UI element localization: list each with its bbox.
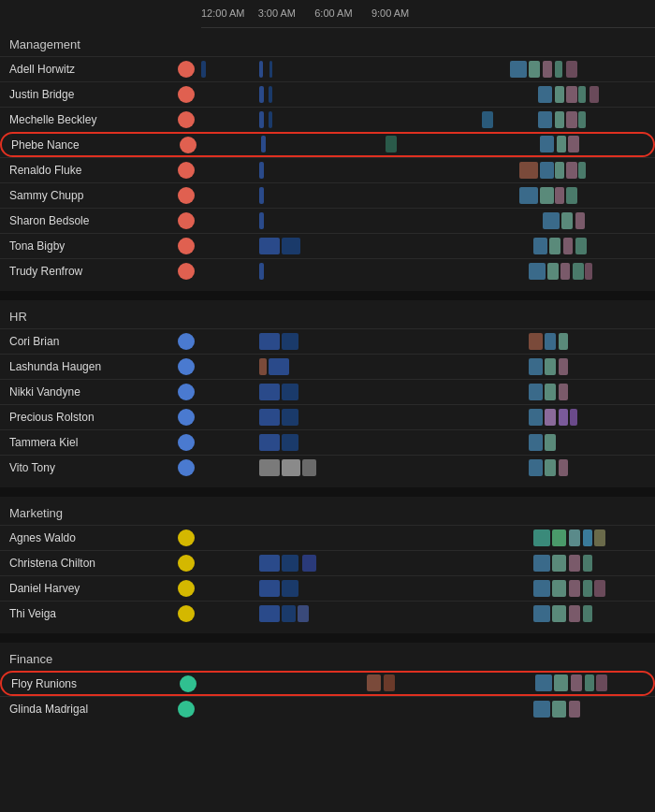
- time-block: [545, 384, 556, 400]
- time-block: [571, 674, 582, 691]
- table-row[interactable]: Nikki Vandyne: [0, 379, 655, 404]
- table-row[interactable]: Thi Veiga: [0, 601, 655, 626]
- time-block: [554, 674, 568, 691]
- time-block: [269, 358, 289, 375]
- time-block: [559, 358, 568, 375]
- group-separator: [0, 291, 655, 300]
- time-block: [555, 162, 564, 179]
- table-row[interactable]: Justin Bridge: [0, 81, 655, 107]
- time-block: [529, 263, 546, 280]
- timeline-area: [203, 671, 653, 696]
- person-name: Adell Horwitz: [0, 63, 178, 76]
- time-block: [545, 333, 556, 350]
- person-name: Glinda Madrigal: [0, 703, 178, 716]
- person-name: Renaldo Fluke: [0, 164, 178, 177]
- table-row[interactable]: Sammy Chupp: [0, 182, 655, 208]
- person-name: Sammy Chupp: [0, 189, 178, 202]
- person-name: Agnes Waldo: [0, 531, 178, 544]
- timeline-area: [201, 551, 655, 576]
- time-block: [533, 529, 550, 546]
- time-block: [566, 86, 577, 103]
- table-row[interactable]: Phebe Nance: [0, 132, 655, 157]
- time-block: [559, 384, 568, 400]
- table-row[interactable]: Adell Horwitz: [0, 56, 655, 81]
- time-block: [585, 674, 594, 691]
- person-name: Cori Brian: [0, 335, 178, 348]
- table-row[interactable]: Precious Rolston: [0, 404, 655, 429]
- time-block: [552, 580, 566, 597]
- time-block: [552, 701, 566, 718]
- time-block: [259, 61, 263, 78]
- person-name: Mechelle Beckley: [0, 113, 178, 126]
- time-block: [282, 238, 300, 254]
- table-row[interactable]: Mechelle Beckley: [0, 107, 655, 132]
- time-label: 6:00 AM: [314, 7, 352, 19]
- time-block: [540, 136, 554, 152]
- person-name: Christena Chilton: [0, 557, 178, 570]
- time-block: [529, 434, 543, 451]
- time-block: [578, 111, 586, 128]
- table-row[interactable]: Daniel Harvey: [0, 575, 655, 601]
- groups-container: ManagementAdell HorwitzJustin BridgeMech…: [0, 28, 655, 721]
- person-name: Daniel Harvey: [0, 582, 178, 595]
- time-block: [519, 162, 538, 179]
- person-dot: [178, 162, 195, 179]
- person-dot: [178, 701, 195, 718]
- time-block: [538, 86, 552, 103]
- table-row[interactable]: Tona Bigby: [0, 233, 655, 258]
- person-name: Nikki Vandyne: [0, 385, 178, 399]
- person-dot: [178, 238, 195, 254]
- time-block: [282, 459, 300, 476]
- group-section-finance: FinanceFloy RunionsGlinda Madrigal: [0, 643, 655, 721]
- time-block: [566, 162, 577, 179]
- time-block: [269, 61, 272, 78]
- timeline-area: [201, 82, 655, 108]
- table-row[interactable]: Trudy Renfrow: [0, 258, 655, 283]
- person-name: Justin Bridge: [0, 88, 178, 101]
- table-row[interactable]: Agnes Waldo: [0, 525, 655, 550]
- time-block: [533, 605, 550, 622]
- time-block: [552, 605, 566, 622]
- time-block: [259, 605, 280, 622]
- time-block: [259, 212, 264, 229]
- table-row[interactable]: Vito Tony: [0, 455, 655, 480]
- time-block: [533, 580, 550, 597]
- table-row[interactable]: Lashunda Haugen: [0, 354, 655, 379]
- table-row[interactable]: Christena Chilton: [0, 550, 655, 575]
- time-block: [559, 459, 568, 476]
- time-block: [568, 136, 579, 152]
- table-row[interactable]: Cori Brian: [0, 328, 655, 354]
- person-name: Precious Rolston: [0, 411, 178, 424]
- timeline-area: [201, 234, 655, 259]
- time-block: [583, 605, 592, 622]
- timeline-area: [201, 158, 655, 183]
- table-row[interactable]: Renaldo Fluke: [0, 157, 655, 182]
- time-block: [269, 111, 272, 128]
- time-label: 9:00 AM: [371, 7, 409, 19]
- table-row[interactable]: Glinda Madrigal: [0, 696, 655, 721]
- time-block: [533, 238, 547, 254]
- time-block: [545, 434, 556, 451]
- group-title-marketing: Marketing: [0, 497, 655, 525]
- time-block: [566, 187, 577, 204]
- timeline-area: [201, 57, 655, 82]
- time-block: [259, 358, 267, 375]
- person-name: Tona Bigby: [0, 239, 178, 253]
- person-dot: [178, 358, 195, 375]
- time-block: [583, 529, 592, 546]
- table-row[interactable]: Sharon Bedsole: [0, 208, 655, 233]
- time-label: 3:00 AM: [258, 7, 296, 19]
- table-row[interactable]: Floy Runions: [0, 671, 655, 696]
- time-block: [282, 580, 298, 597]
- time-block: [575, 238, 587, 254]
- timeline-area: [201, 430, 655, 456]
- time-block: [533, 701, 550, 718]
- time-block: [302, 555, 316, 572]
- table-row[interactable]: Tammera Kiel: [0, 429, 655, 455]
- chart-container: 12:00 AM3:00 AM6:00 AM9:00 AM Management…: [0, 0, 655, 721]
- time-block: [302, 459, 316, 476]
- time-block: [596, 674, 607, 691]
- time-block: [583, 580, 592, 597]
- timeline-area: [201, 405, 655, 430]
- person-dot: [178, 61, 195, 78]
